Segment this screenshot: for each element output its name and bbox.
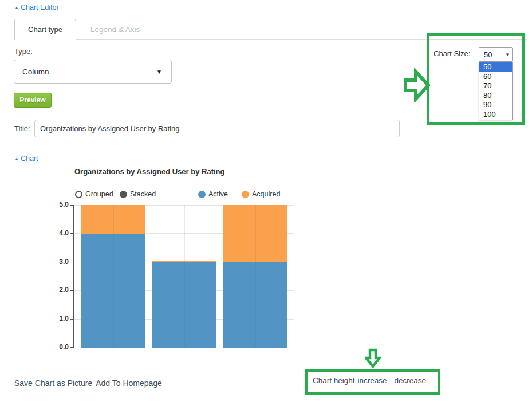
annotation-right-arrow-icon [403, 68, 430, 102]
chart-size-option[interactable]: 80 [479, 91, 512, 101]
y-axis-tick [70, 319, 73, 320]
chevron-down-icon: ▼ [505, 52, 510, 57]
tab-divider [14, 39, 527, 40]
collapse-arrow-icon: ▲ [14, 5, 19, 10]
acquired-series-swatch-icon [242, 191, 249, 198]
chart-size-option-list: 5060708090100 [479, 62, 513, 120]
collapse-arrow-icon: ▲ [14, 156, 19, 161]
chart-heading: Organizations by Assigned User by Rating [74, 167, 224, 176]
y-axis-tick [70, 290, 73, 291]
y-axis-tick-label: 2.0 [48, 286, 69, 294]
legend-mode-stacked-label: Stacked [130, 190, 156, 198]
legend-mode-stacked[interactable]: Stacked [120, 190, 156, 198]
y-axis-tick-label: 3.0 [48, 258, 69, 266]
footer-links: Save Chart as Picture Add To Homepage [14, 378, 162, 388]
legend-mode-grouped[interactable]: Grouped [75, 190, 113, 198]
chart-editor-toggle-label: Chart Editor [21, 3, 59, 11]
legend-series-active[interactable]: Active [198, 190, 228, 198]
vertical-gridline [255, 205, 256, 348]
chart-size-option[interactable]: 100 [479, 110, 512, 120]
type-label: Type: [14, 47, 33, 56]
chart-type-select[interactable]: Column ▼ [14, 60, 172, 84]
legend-series-active-label: Active [208, 190, 228, 198]
vertical-gridline [113, 205, 114, 348]
y-axis-tick [70, 262, 73, 262]
chart-toggle-label: Chart [21, 155, 38, 163]
chart-size-option[interactable]: 90 [479, 100, 512, 110]
chart-editor-toggle[interactable]: ▲Chart Editor [14, 3, 59, 11]
vertical-gridline [184, 205, 185, 348]
stacked-radio-icon [120, 191, 127, 198]
legend-mode-grouped-label: Grouped [85, 190, 113, 198]
y-axis-tick [70, 205, 73, 206]
y-axis-tick-label: 1.0 [48, 314, 69, 322]
legend-series-acquired[interactable]: Acquired [242, 190, 280, 198]
chart-size-option[interactable]: 70 [479, 81, 512, 91]
chart-height-decrease-link[interactable]: decrease [395, 376, 427, 385]
add-to-homepage-link[interactable]: Add To Homepage [96, 378, 162, 388]
y-axis-tick [70, 347, 73, 348]
y-axis-tick-label: 4.0 [48, 229, 69, 237]
chart-height-label: Chart height [313, 376, 355, 385]
chart-title-input[interactable] [34, 120, 400, 137]
y-axis-tick [70, 233, 73, 234]
annotation-down-arrow-icon [365, 348, 381, 369]
legend-series-acquired-label: Acquired [252, 190, 280, 198]
preview-button-label: Preview [19, 96, 45, 104]
grouped-radio-icon [75, 191, 82, 198]
chart-toggle[interactable]: ▲Chart [14, 155, 38, 163]
chart-type-select-value: Column [22, 68, 49, 76]
chart-height-increase-link[interactable]: increase [358, 376, 387, 385]
y-axis-line [73, 205, 74, 348]
active-series-swatch-icon [198, 191, 206, 198]
save-chart-as-picture-link[interactable]: Save Chart as Picture [14, 378, 92, 388]
chevron-down-icon: ▼ [156, 69, 162, 75]
chart-size-select[interactable]: 50 ▼ [479, 47, 513, 62]
preview-button[interactable]: Preview [14, 93, 52, 108]
chart-size-select-value: 50 [484, 50, 492, 59]
chart-height-controls: Chart height increase decrease [313, 376, 426, 385]
chart-plot-area: 0.01.02.03.04.05.0 [73, 205, 294, 348]
title-label: Title: [14, 124, 30, 133]
tab-legend-axis[interactable]: Legend & Axis [90, 25, 140, 34]
chart-size-label: Chart Size: [434, 49, 470, 58]
y-axis-tick-label: 0.0 [48, 343, 69, 351]
chart-editor-page: ▲Chart Editor Chart type Legend & Axis T… [0, 0, 532, 414]
tab-chart-type-label: Chart type [28, 25, 62, 34]
tab-chart-type[interactable]: Chart type [14, 19, 76, 40]
y-axis-tick-label: 5.0 [48, 200, 69, 208]
tab-legend-axis-label: Legend & Axis [90, 25, 140, 34]
chart-size-option-selected[interactable]: 50 [479, 62, 512, 72]
chart-size-option[interactable]: 60 [479, 72, 512, 82]
